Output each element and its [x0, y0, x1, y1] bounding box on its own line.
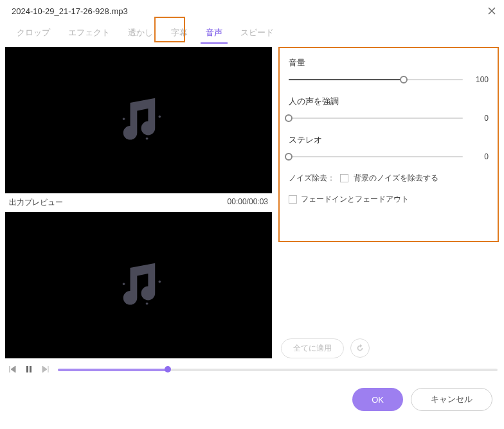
fade-check-label: フェードインとフェードアウト — [301, 194, 409, 205]
voice-enhance-label: 人の声を強調 — [289, 96, 489, 107]
fade-checkbox[interactable] — [289, 195, 297, 204]
noise-removal-label: ノイズ除去： — [289, 173, 335, 184]
tab-speed[interactable]: スピード — [231, 23, 283, 44]
audio-controls-panel: 音量 100 人の声を強調 0 ステレオ — [278, 47, 499, 242]
svg-rect-1 — [30, 366, 32, 372]
tab-audio[interactable]: 音声 — [197, 23, 231, 44]
seek-slider[interactable] — [58, 366, 498, 372]
prev-button[interactable] — [8, 365, 17, 374]
noise-removal-checkbox[interactable] — [340, 174, 348, 182]
preview-top — [5, 47, 272, 193]
volume-value: 100 — [469, 75, 489, 84]
window-title: 2024-10-29_21-17-26-928.mp3 — [12, 6, 128, 16]
refresh-icon — [356, 344, 364, 353]
time-display: 00:00/00:03 — [228, 197, 268, 208]
ok-button[interactable]: OK — [352, 388, 403, 411]
apply-all-button[interactable]: 全てに適用 — [281, 338, 344, 358]
volume-label: 音量 — [289, 57, 489, 69]
voice-enhance-slider[interactable] — [289, 114, 463, 123]
tab-subtitle[interactable]: 字幕 — [162, 23, 197, 44]
svg-rect-0 — [26, 366, 28, 372]
stereo-slider[interactable] — [289, 152, 463, 161]
preview-bottom — [5, 212, 272, 358]
voice-enhance-value: 0 — [469, 114, 489, 123]
stereo-value: 0 — [469, 152, 489, 161]
tab-crop[interactable]: クロップ — [8, 23, 59, 44]
next-button[interactable] — [41, 365, 50, 374]
tab-watermark[interactable]: 透かし — [119, 23, 162, 44]
music-note-icon — [110, 256, 168, 314]
tab-effect[interactable]: エフェクト — [59, 23, 119, 44]
cancel-button[interactable]: キャンセル — [411, 388, 492, 411]
volume-slider[interactable] — [289, 75, 463, 84]
noise-removal-check-label: 背景のノイズを除去する — [354, 173, 438, 184]
pause-button[interactable] — [24, 365, 33, 374]
reset-button[interactable] — [350, 338, 370, 358]
output-preview-label: 出力プレビュー — [9, 197, 63, 208]
music-note-icon — [110, 91, 168, 149]
close-icon[interactable] — [486, 5, 498, 17]
stereo-label: ステレオ — [289, 134, 489, 146]
